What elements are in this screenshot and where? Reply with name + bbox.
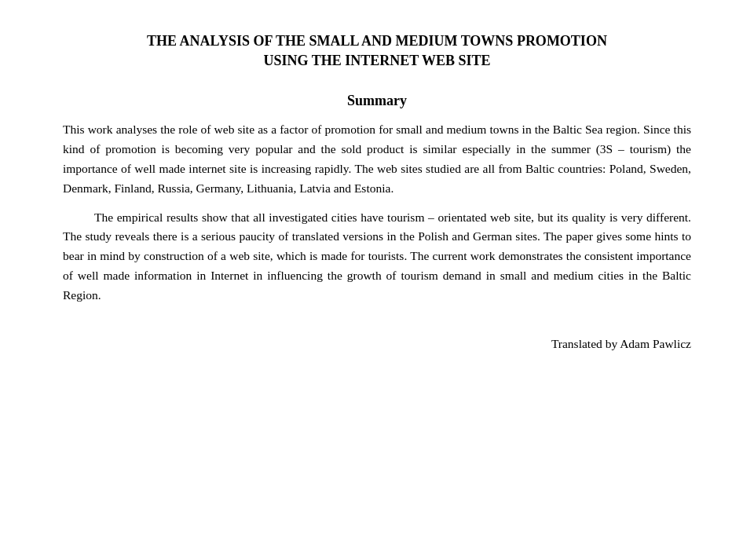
title-line1: THE ANALYSIS OF THE SMALL AND MEDIUM TOW…: [63, 31, 691, 51]
title-section: THE ANALYSIS OF THE SMALL AND MEDIUM TOW…: [63, 31, 691, 71]
page: THE ANALYSIS OF THE SMALL AND MEDIUM TOW…: [0, 0, 754, 560]
summary-heading: Summary: [63, 93, 691, 109]
paragraph-1: This work analyses the role of web site …: [63, 120, 691, 198]
title-line2: USING THE INTERNET WEB SITE: [63, 51, 691, 71]
paragraph-2: The empirical results show that all inve…: [63, 208, 691, 306]
translator-credit: Translated by Adam Pawlicz: [63, 337, 691, 351]
main-title: THE ANALYSIS OF THE SMALL AND MEDIUM TOW…: [63, 31, 691, 71]
